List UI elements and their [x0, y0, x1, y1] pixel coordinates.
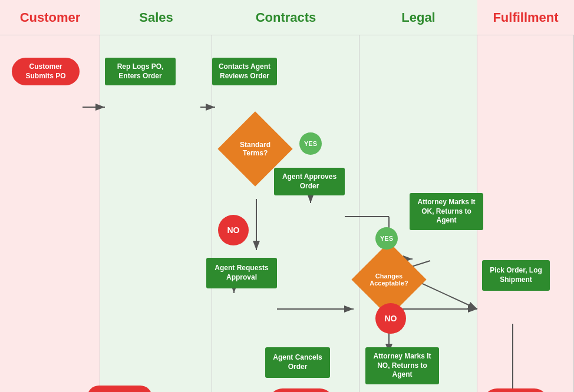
- node-no-changes: NO: [375, 303, 406, 334]
- node-no-standard: NO: [218, 215, 249, 245]
- node-rep-notified: Rep Is Notified: [87, 386, 152, 392]
- node-contacts-agent: Contacts Agent Reviews Order: [212, 58, 277, 85]
- lane-sales: [100, 35, 212, 392]
- sales-label: Sales: [139, 10, 173, 25]
- node-pick-order: Pick Order, Log Shipment: [482, 260, 550, 291]
- node-yes-changes: YES: [375, 227, 398, 250]
- node-yes-standard: YES: [299, 132, 322, 155]
- lane-customer: [0, 35, 100, 392]
- fulfillment-label: Fulfillment: [493, 10, 558, 25]
- header-customer: Customer: [0, 0, 100, 35]
- node-order-shipped: Order Is Shipped: [483, 388, 548, 392]
- node-agent-requests: Agent Requests Approval: [206, 258, 277, 288]
- header-contracts: Contracts: [212, 0, 359, 35]
- contracts-label: Contracts: [256, 10, 316, 25]
- node-rep-logs: Rep Logs PO, Enters Order: [105, 58, 176, 85]
- node-order-not-shipped: Order Is Not Shipped: [269, 388, 334, 392]
- node-attorney-ok: Attorney Marks It OK, Returns to Agent: [410, 193, 483, 230]
- lane-contracts: [212, 35, 359, 392]
- header-sales: Sales: [100, 0, 212, 35]
- diagram: Customer Sales Contracts Legal Fulfillme…: [0, 0, 574, 392]
- node-attorney-no: Attorney Marks It NO, Returns to Agent: [365, 347, 439, 384]
- header-legal: Legal: [359, 0, 477, 35]
- header-fulfillment: Fulfillment: [477, 0, 574, 35]
- node-customer-submits: Customer Submits PO: [12, 58, 80, 85]
- node-agent-cancels: Agent Cancels Order: [265, 347, 330, 378]
- customer-label: Customer: [20, 10, 81, 25]
- lane-fulfillment: [477, 35, 574, 392]
- node-agent-approves: Agent Approves Order: [274, 168, 345, 195]
- legal-label: Legal: [401, 10, 435, 25]
